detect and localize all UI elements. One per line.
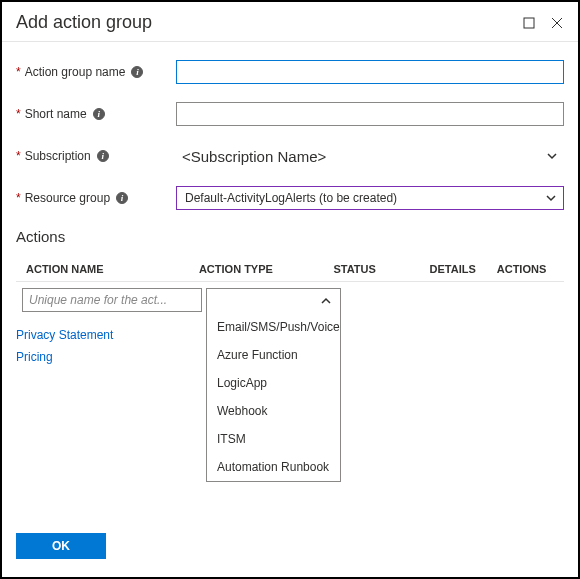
table-row: Email/SMS/Push/Voice Azure Function Logi… xyxy=(16,282,564,320)
label-action-group-name: * Action group name i xyxy=(16,65,176,79)
close-icon[interactable] xyxy=(550,16,564,30)
col-header-type: ACTION TYPE xyxy=(199,263,334,275)
short-name-input[interactable] xyxy=(176,102,564,126)
dialog-title: Add action group xyxy=(16,12,522,33)
cell-action-name xyxy=(16,288,206,312)
window-buttons xyxy=(522,16,564,30)
action-group-name-input[interactable] xyxy=(176,60,564,84)
dropdown-head[interactable] xyxy=(207,289,340,313)
col-header-details: DETAILS xyxy=(430,263,497,275)
required-marker: * xyxy=(16,149,21,163)
required-marker: * xyxy=(16,107,21,121)
dropdown-item[interactable]: Automation Runbook xyxy=(207,453,340,481)
action-type-dropdown[interactable]: Email/SMS/Push/Voice Azure Function Logi… xyxy=(206,288,341,314)
row-short-name: * Short name i xyxy=(16,102,564,126)
dropdown-menu: Email/SMS/Push/Voice Azure Function Logi… xyxy=(206,313,341,482)
cell-action-type: Email/SMS/Push/Voice Azure Function Logi… xyxy=(206,288,346,314)
dropdown-item[interactable]: LogicApp xyxy=(207,369,340,397)
chevron-down-icon xyxy=(546,150,558,162)
dropdown-item[interactable]: Webhook xyxy=(207,397,340,425)
dropdown-item[interactable]: Azure Function xyxy=(207,341,340,369)
chevron-up-icon xyxy=(320,295,332,307)
add-action-group-dialog: Add action group * Action group name i *… xyxy=(0,0,580,579)
actions-table-header: ACTION NAME ACTION TYPE STATUS DETAILS A… xyxy=(16,257,564,282)
label-text: Short name xyxy=(25,107,87,121)
info-icon[interactable]: i xyxy=(116,192,128,204)
svg-rect-0 xyxy=(524,18,534,28)
row-resource-group: * Resource group i Default-ActivityLogAl… xyxy=(16,186,564,210)
col-header-actions: ACTIONS xyxy=(497,263,564,275)
required-marker: * xyxy=(16,191,21,205)
col-header-name: ACTION NAME xyxy=(16,263,199,275)
maximize-icon[interactable] xyxy=(522,16,536,30)
row-subscription: * Subscription i <Subscription Name> xyxy=(16,144,564,168)
actions-table: ACTION NAME ACTION TYPE STATUS DETAILS A… xyxy=(16,257,564,320)
titlebar: Add action group xyxy=(2,2,578,42)
label-text: Resource group xyxy=(25,191,110,205)
resource-group-value: Default-ActivityLogAlerts (to be created… xyxy=(185,191,397,205)
subscription-value: <Subscription Name> xyxy=(182,148,326,165)
subscription-select[interactable]: <Subscription Name> xyxy=(176,144,564,168)
dialog-footer: OK xyxy=(2,515,578,577)
dropdown-item[interactable]: ITSM xyxy=(207,425,340,453)
chevron-down-icon xyxy=(545,192,557,204)
dropdown-item[interactable]: Email/SMS/Push/Voice xyxy=(207,313,340,341)
label-text: Subscription xyxy=(25,149,91,163)
label-resource-group: * Resource group i xyxy=(16,191,176,205)
dialog-content: * Action group name i * Short name i * S… xyxy=(2,42,578,515)
info-icon[interactable]: i xyxy=(93,108,105,120)
label-text: Action group name xyxy=(25,65,126,79)
row-action-group-name: * Action group name i xyxy=(16,60,564,84)
required-marker: * xyxy=(16,65,21,79)
actions-heading: Actions xyxy=(16,228,564,245)
ok-button[interactable]: OK xyxy=(16,533,106,559)
label-short-name: * Short name i xyxy=(16,107,176,121)
info-icon[interactable]: i xyxy=(97,150,109,162)
label-subscription: * Subscription i xyxy=(16,149,176,163)
info-icon[interactable]: i xyxy=(131,66,143,78)
col-header-status: STATUS xyxy=(333,263,429,275)
action-name-input[interactable] xyxy=(22,288,202,312)
resource-group-select[interactable]: Default-ActivityLogAlerts (to be created… xyxy=(176,186,564,210)
